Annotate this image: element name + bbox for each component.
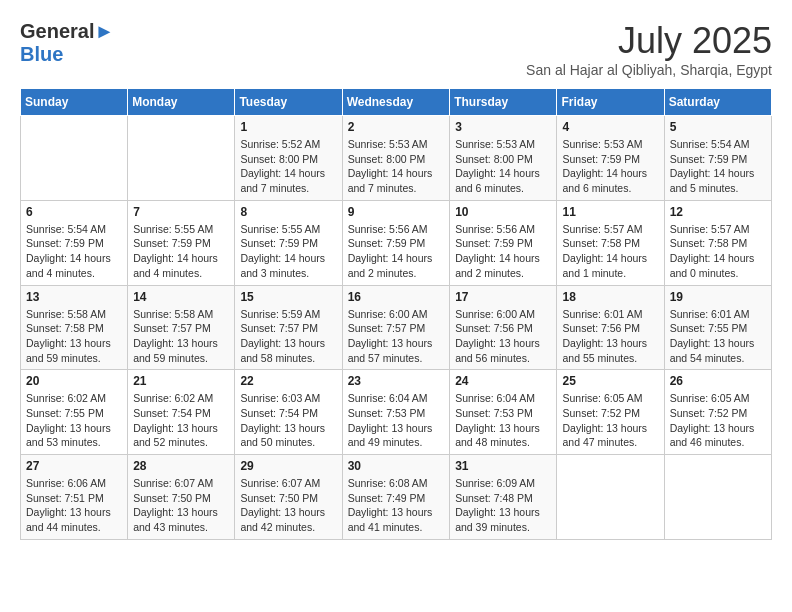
day-number: 12 <box>670 205 766 219</box>
day-number: 29 <box>240 459 336 473</box>
day-number: 22 <box>240 374 336 388</box>
cell-info: Sunrise: 6:01 AMSunset: 7:56 PMDaylight:… <box>562 307 658 366</box>
logo-blue: ► <box>94 20 114 42</box>
day-number: 17 <box>455 290 551 304</box>
calendar-cell: 29Sunrise: 6:07 AMSunset: 7:50 PMDayligh… <box>235 455 342 540</box>
cell-info: Sunrise: 6:06 AMSunset: 7:51 PMDaylight:… <box>26 476 122 535</box>
day-number: 21 <box>133 374 229 388</box>
day-number: 11 <box>562 205 658 219</box>
cell-info: Sunrise: 5:55 AMSunset: 7:59 PMDaylight:… <box>240 222 336 281</box>
cell-info: Sunrise: 6:01 AMSunset: 7:55 PMDaylight:… <box>670 307 766 366</box>
day-number: 3 <box>455 120 551 134</box>
day-number: 19 <box>670 290 766 304</box>
day-number: 25 <box>562 374 658 388</box>
day-number: 10 <box>455 205 551 219</box>
cell-info: Sunrise: 6:00 AMSunset: 7:57 PMDaylight:… <box>348 307 445 366</box>
col-header-saturday: Saturday <box>664 89 771 116</box>
logo-line1: General <box>20 20 94 42</box>
calendar-cell: 23Sunrise: 6:04 AMSunset: 7:53 PMDayligh… <box>342 370 450 455</box>
calendar-cell: 25Sunrise: 6:05 AMSunset: 7:52 PMDayligh… <box>557 370 664 455</box>
calendar-cell: 24Sunrise: 6:04 AMSunset: 7:53 PMDayligh… <box>450 370 557 455</box>
cell-info: Sunrise: 5:53 AMSunset: 8:00 PMDaylight:… <box>455 137 551 196</box>
day-number: 6 <box>26 205 122 219</box>
location-subtitle: San al Hajar al Qibliyah, Sharqia, Egypt <box>526 62 772 78</box>
day-number: 2 <box>348 120 445 134</box>
cell-info: Sunrise: 5:55 AMSunset: 7:59 PMDaylight:… <box>133 222 229 281</box>
day-number: 26 <box>670 374 766 388</box>
col-header-monday: Monday <box>128 89 235 116</box>
day-number: 31 <box>455 459 551 473</box>
calendar-body: 1Sunrise: 5:52 AMSunset: 8:00 PMDaylight… <box>21 116 772 540</box>
cell-info: Sunrise: 6:05 AMSunset: 7:52 PMDaylight:… <box>562 391 658 450</box>
cell-info: Sunrise: 6:08 AMSunset: 7:49 PMDaylight:… <box>348 476 445 535</box>
day-number: 5 <box>670 120 766 134</box>
cell-info: Sunrise: 5:58 AMSunset: 7:57 PMDaylight:… <box>133 307 229 366</box>
calendar-cell: 8Sunrise: 5:55 AMSunset: 7:59 PMDaylight… <box>235 200 342 285</box>
cell-info: Sunrise: 6:04 AMSunset: 7:53 PMDaylight:… <box>455 391 551 450</box>
cell-info: Sunrise: 6:00 AMSunset: 7:56 PMDaylight:… <box>455 307 551 366</box>
cell-info: Sunrise: 5:54 AMSunset: 7:59 PMDaylight:… <box>670 137 766 196</box>
calendar-cell: 13Sunrise: 5:58 AMSunset: 7:58 PMDayligh… <box>21 285 128 370</box>
calendar-table: SundayMondayTuesdayWednesdayThursdayFrid… <box>20 88 772 540</box>
day-number: 23 <box>348 374 445 388</box>
calendar-week-row: 1Sunrise: 5:52 AMSunset: 8:00 PMDaylight… <box>21 116 772 201</box>
cell-info: Sunrise: 5:59 AMSunset: 7:57 PMDaylight:… <box>240 307 336 366</box>
month-year-title: July 2025 <box>526 20 772 62</box>
day-number: 8 <box>240 205 336 219</box>
day-number: 24 <box>455 374 551 388</box>
cell-info: Sunrise: 5:57 AMSunset: 7:58 PMDaylight:… <box>562 222 658 281</box>
calendar-cell: 7Sunrise: 5:55 AMSunset: 7:59 PMDaylight… <box>128 200 235 285</box>
col-header-tuesday: Tuesday <box>235 89 342 116</box>
cell-info: Sunrise: 6:02 AMSunset: 7:55 PMDaylight:… <box>26 391 122 450</box>
calendar-cell: 31Sunrise: 6:09 AMSunset: 7:48 PMDayligh… <box>450 455 557 540</box>
calendar-cell: 14Sunrise: 5:58 AMSunset: 7:57 PMDayligh… <box>128 285 235 370</box>
calendar-cell: 2Sunrise: 5:53 AMSunset: 8:00 PMDaylight… <box>342 116 450 201</box>
day-number: 9 <box>348 205 445 219</box>
cell-info: Sunrise: 6:02 AMSunset: 7:54 PMDaylight:… <box>133 391 229 450</box>
calendar-cell: 12Sunrise: 5:57 AMSunset: 7:58 PMDayligh… <box>664 200 771 285</box>
logo-line2: Blue <box>20 43 114 66</box>
calendar-cell: 1Sunrise: 5:52 AMSunset: 8:00 PMDaylight… <box>235 116 342 201</box>
cell-info: Sunrise: 6:07 AMSunset: 7:50 PMDaylight:… <box>133 476 229 535</box>
title-section: July 2025 San al Hajar al Qibliyah, Shar… <box>526 20 772 78</box>
calendar-cell: 15Sunrise: 5:59 AMSunset: 7:57 PMDayligh… <box>235 285 342 370</box>
calendar-cell: 20Sunrise: 6:02 AMSunset: 7:55 PMDayligh… <box>21 370 128 455</box>
cell-info: Sunrise: 5:53 AMSunset: 7:59 PMDaylight:… <box>562 137 658 196</box>
day-number: 14 <box>133 290 229 304</box>
col-header-friday: Friday <box>557 89 664 116</box>
calendar-cell: 26Sunrise: 6:05 AMSunset: 7:52 PMDayligh… <box>664 370 771 455</box>
col-header-thursday: Thursday <box>450 89 557 116</box>
day-number: 30 <box>348 459 445 473</box>
calendar-cell: 22Sunrise: 6:03 AMSunset: 7:54 PMDayligh… <box>235 370 342 455</box>
calendar-cell <box>557 455 664 540</box>
cell-info: Sunrise: 6:09 AMSunset: 7:48 PMDaylight:… <box>455 476 551 535</box>
calendar-cell: 27Sunrise: 6:06 AMSunset: 7:51 PMDayligh… <box>21 455 128 540</box>
day-number: 27 <box>26 459 122 473</box>
day-number: 28 <box>133 459 229 473</box>
calendar-cell: 30Sunrise: 6:08 AMSunset: 7:49 PMDayligh… <box>342 455 450 540</box>
day-number: 13 <box>26 290 122 304</box>
calendar-cell: 19Sunrise: 6:01 AMSunset: 7:55 PMDayligh… <box>664 285 771 370</box>
day-number: 15 <box>240 290 336 304</box>
cell-info: Sunrise: 5:57 AMSunset: 7:58 PMDaylight:… <box>670 222 766 281</box>
calendar-cell: 6Sunrise: 5:54 AMSunset: 7:59 PMDaylight… <box>21 200 128 285</box>
day-number: 7 <box>133 205 229 219</box>
calendar-cell: 17Sunrise: 6:00 AMSunset: 7:56 PMDayligh… <box>450 285 557 370</box>
day-number: 4 <box>562 120 658 134</box>
calendar-cell: 18Sunrise: 6:01 AMSunset: 7:56 PMDayligh… <box>557 285 664 370</box>
calendar-cell: 28Sunrise: 6:07 AMSunset: 7:50 PMDayligh… <box>128 455 235 540</box>
calendar-week-row: 6Sunrise: 5:54 AMSunset: 7:59 PMDaylight… <box>21 200 772 285</box>
calendar-cell: 10Sunrise: 5:56 AMSunset: 7:59 PMDayligh… <box>450 200 557 285</box>
cell-info: Sunrise: 5:56 AMSunset: 7:59 PMDaylight:… <box>455 222 551 281</box>
calendar-header-row: SundayMondayTuesdayWednesdayThursdayFrid… <box>21 89 772 116</box>
calendar-week-row: 13Sunrise: 5:58 AMSunset: 7:58 PMDayligh… <box>21 285 772 370</box>
calendar-cell <box>664 455 771 540</box>
cell-info: Sunrise: 5:53 AMSunset: 8:00 PMDaylight:… <box>348 137 445 196</box>
cell-info: Sunrise: 6:05 AMSunset: 7:52 PMDaylight:… <box>670 391 766 450</box>
cell-info: Sunrise: 5:58 AMSunset: 7:58 PMDaylight:… <box>26 307 122 366</box>
logo: General► Blue <box>20 20 114 66</box>
cell-info: Sunrise: 6:07 AMSunset: 7:50 PMDaylight:… <box>240 476 336 535</box>
page-header: General► Blue July 2025 San al Hajar al … <box>20 20 772 78</box>
col-header-sunday: Sunday <box>21 89 128 116</box>
calendar-cell <box>128 116 235 201</box>
